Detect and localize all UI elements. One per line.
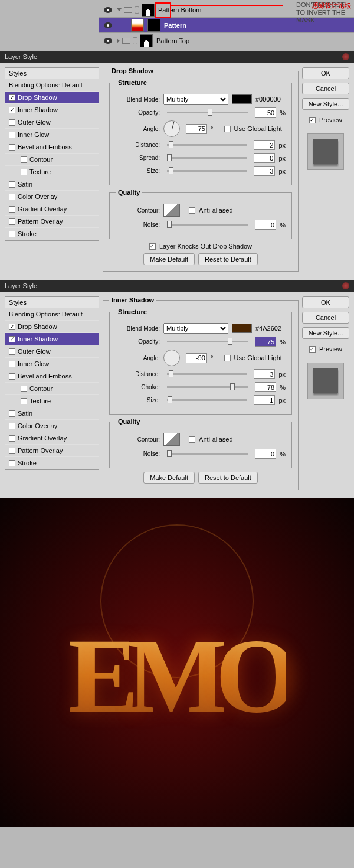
- visibility-icon[interactable]: [104, 38, 112, 44]
- angle-input[interactable]: [186, 124, 207, 134]
- opacity-input[interactable]: [255, 107, 276, 118]
- angle-input[interactable]: [186, 353, 207, 363]
- style-pattern-overlay[interactable]: Pattern Overlay: [5, 445, 99, 457]
- spread-slider[interactable]: [167, 157, 247, 159]
- close-icon[interactable]: [342, 282, 349, 289]
- new-style-button[interactable]: New Style...: [302, 327, 349, 339]
- style-contour[interactable]: Contour: [5, 154, 99, 166]
- checkbox-icon[interactable]: [9, 119, 15, 126]
- aa-checkbox[interactable]: [189, 436, 195, 443]
- color-swatch[interactable]: [232, 94, 252, 104]
- reset-default-button[interactable]: Reset to Default: [198, 472, 258, 484]
- opacity-slider[interactable]: [167, 341, 248, 342]
- style-inner-glow[interactable]: Inner Glow: [5, 129, 99, 141]
- noise-input[interactable]: [255, 220, 276, 230]
- checkbox-icon[interactable]: [9, 181, 15, 188]
- ok-button[interactable]: OK: [302, 296, 349, 308]
- checkbox-icon[interactable]: [9, 107, 15, 113]
- preview-checkbox[interactable]: [309, 117, 316, 123]
- style-satin[interactable]: Satin: [5, 407, 99, 420]
- style-bevel-emboss[interactable]: Bevel and Emboss: [5, 141, 99, 154]
- color-swatch[interactable]: [232, 324, 252, 333]
- checkbox-icon[interactable]: [9, 410, 15, 417]
- visibility-icon[interactable]: [104, 7, 112, 13]
- size-slider[interactable]: [167, 170, 247, 172]
- style-outer-glow[interactable]: Outer Glow: [5, 116, 99, 129]
- new-style-button[interactable]: New Style...: [302, 98, 349, 110]
- style-stroke[interactable]: Stroke: [5, 228, 99, 240]
- choke-input[interactable]: [255, 382, 276, 392]
- style-gradient-overlay[interactable]: Gradient Overlay: [5, 203, 99, 216]
- angle-dial[interactable]: [163, 350, 180, 366]
- checkbox-icon[interactable]: [9, 206, 15, 213]
- global-light-checkbox[interactable]: [224, 355, 231, 361]
- style-inner-shadow[interactable]: Inner Shadow: [5, 333, 99, 345]
- checkbox-icon[interactable]: [9, 361, 15, 367]
- checkbox-icon[interactable]: [21, 156, 27, 163]
- expand-icon[interactable]: [117, 38, 120, 43]
- opacity-input[interactable]: [255, 337, 276, 347]
- style-stroke[interactable]: Stroke: [5, 457, 99, 469]
- checkbox-icon[interactable]: [21, 398, 27, 404]
- style-drop-shadow[interactable]: Drop Shadow: [5, 321, 99, 333]
- global-light-checkbox[interactable]: [224, 126, 231, 132]
- checkbox-icon[interactable]: [9, 373, 15, 380]
- checkbox-icon[interactable]: [9, 336, 15, 342]
- preview-checkbox[interactable]: [309, 346, 316, 353]
- style-bevel-emboss[interactable]: Bevel and Emboss: [5, 370, 99, 383]
- style-pattern-overlay[interactable]: Pattern Overlay: [5, 216, 99, 228]
- make-default-button[interactable]: Make Default: [143, 472, 195, 484]
- noise-input[interactable]: [255, 449, 276, 459]
- style-color-overlay[interactable]: Color Overlay: [5, 191, 99, 203]
- noise-slider[interactable]: [167, 224, 248, 226]
- blend-mode-select[interactable]: Multiply: [163, 94, 228, 105]
- noise-slider[interactable]: [167, 453, 248, 455]
- aa-checkbox[interactable]: [189, 207, 195, 214]
- make-default-button[interactable]: Make Default: [143, 253, 195, 265]
- layer-mask-thumb[interactable]: [148, 19, 160, 32]
- checkbox-icon[interactable]: [9, 460, 15, 466]
- distance-input[interactable]: [254, 140, 275, 150]
- layer-thumb[interactable]: [140, 34, 153, 47]
- visibility-icon[interactable]: [104, 22, 112, 28]
- dialog-titlebar[interactable]: Layer Style: [0, 51, 354, 63]
- choke-slider[interactable]: [167, 386, 248, 388]
- style-contour[interactable]: Contour: [5, 383, 99, 395]
- style-blending-options[interactable]: Blending Options: Default: [5, 79, 99, 92]
- checkbox-icon[interactable]: [9, 231, 15, 237]
- reset-default-button[interactable]: Reset to Default: [198, 253, 258, 265]
- checkbox-icon[interactable]: [9, 218, 15, 225]
- distance-input[interactable]: [254, 369, 275, 379]
- style-blending-options[interactable]: Blending Options: Default: [5, 308, 99, 321]
- style-texture[interactable]: Texture: [5, 395, 99, 407]
- checkbox-icon[interactable]: [9, 132, 15, 138]
- style-texture[interactable]: Texture: [5, 166, 99, 178]
- size-slider[interactable]: [167, 399, 247, 401]
- style-gradient-overlay[interactable]: Gradient Overlay: [5, 432, 99, 445]
- checkbox-icon[interactable]: [9, 348, 15, 355]
- style-drop-shadow[interactable]: Drop Shadow: [5, 92, 99, 104]
- distance-slider[interactable]: [167, 144, 247, 146]
- checkbox-icon[interactable]: [9, 423, 15, 429]
- close-icon[interactable]: [342, 53, 349, 60]
- angle-dial[interactable]: [163, 120, 180, 137]
- checkbox-icon[interactable]: [9, 448, 15, 454]
- layer-thumb[interactable]: [131, 19, 144, 32]
- ok-button[interactable]: OK: [302, 67, 349, 79]
- layer-thumb[interactable]: [142, 4, 155, 17]
- dialog-titlebar[interactable]: Layer Style: [0, 280, 354, 292]
- knockout-checkbox[interactable]: [149, 243, 156, 250]
- contour-picker[interactable]: [163, 433, 180, 446]
- cancel-button[interactable]: Cancel: [302, 312, 349, 324]
- checkbox-icon[interactable]: [21, 169, 27, 175]
- style-outer-glow[interactable]: Outer Glow: [5, 345, 99, 358]
- checkbox-icon[interactable]: [9, 194, 15, 200]
- size-input[interactable]: [254, 166, 275, 176]
- checkbox-icon[interactable]: [9, 324, 15, 330]
- cancel-button[interactable]: Cancel: [302, 83, 349, 94]
- opacity-slider[interactable]: [167, 112, 248, 113]
- contour-picker[interactable]: [163, 204, 180, 217]
- layer-row-pattern-top[interactable]: Pattern Top: [99, 33, 354, 48]
- expand-icon[interactable]: [117, 8, 122, 11]
- style-satin[interactable]: Satin: [5, 178, 99, 191]
